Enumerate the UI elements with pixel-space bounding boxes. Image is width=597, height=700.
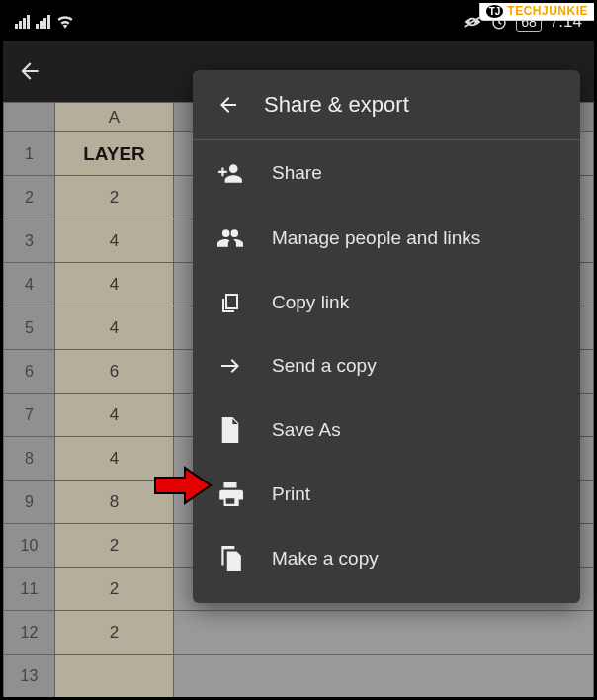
menu-item-share[interactable]: Share — [193, 140, 580, 206]
share-export-menu: Share & export Share Manage people and l… — [193, 70, 580, 603]
row-header[interactable]: 5 — [4, 306, 55, 350]
print-icon — [216, 482, 244, 506]
cell[interactable]: 8 — [55, 481, 174, 524]
signal-icon — [15, 15, 30, 29]
cell[interactable]: 2 — [55, 568, 174, 611]
person-add-icon — [216, 160, 244, 186]
cell[interactable] — [55, 655, 174, 698]
menu-item-save-as[interactable]: Save As — [193, 397, 580, 463]
menu-item-label: Send a copy — [272, 355, 377, 377]
menu-title: Share & export — [264, 92, 409, 118]
cell[interactable]: 4 — [55, 306, 174, 350]
menu-item-label: Manage people and links — [272, 227, 480, 249]
menu-header: Share & export — [193, 70, 580, 140]
row-header[interactable]: 13 — [4, 655, 55, 698]
column-header[interactable]: A — [55, 103, 174, 132]
row-header[interactable]: 9 — [4, 481, 55, 524]
cell[interactable]: 4 — [55, 394, 174, 437]
menu-item-label: Share — [272, 162, 322, 184]
cell[interactable]: 2 — [55, 524, 174, 568]
row-header[interactable]: 8 — [4, 437, 55, 481]
back-icon[interactable] — [216, 93, 240, 117]
wifi-icon — [56, 15, 74, 29]
signal-icon-2 — [36, 15, 50, 29]
menu-item-print[interactable]: Print — [193, 463, 580, 526]
row-header[interactable]: 2 — [4, 176, 55, 219]
row-header[interactable]: 12 — [4, 611, 55, 655]
row-header[interactable]: 1 — [4, 132, 55, 176]
menu-item-send[interactable]: Send a copy — [193, 334, 580, 397]
menu-item-copy-link[interactable]: Copy link — [193, 271, 580, 334]
cell[interactable]: 6 — [55, 350, 174, 394]
cell[interactable] — [174, 655, 594, 698]
menu-item-manage[interactable]: Manage people and links — [193, 206, 580, 271]
menu-item-label: Save As — [272, 419, 341, 441]
copy-link-icon — [216, 291, 244, 314]
watermark: TJ TECHJUNKIE — [479, 1, 595, 21]
menu-item-label: Copy link — [272, 292, 349, 313]
row-header[interactable]: 11 — [4, 568, 55, 611]
row-header[interactable]: 3 — [4, 219, 55, 263]
duplicate-icon — [216, 546, 244, 571]
people-icon — [216, 225, 244, 251]
cell[interactable]: 2 — [55, 611, 174, 655]
row-header[interactable]: 6 — [4, 350, 55, 394]
back-icon[interactable] — [17, 58, 43, 84]
menu-item-label: Print — [272, 483, 310, 505]
cell[interactable] — [174, 611, 594, 655]
row-header[interactable]: 4 — [4, 263, 55, 306]
watermark-text: TECHJUNKIE — [507, 4, 588, 18]
cell-a1[interactable]: LAYER — [55, 132, 174, 176]
watermark-badge: TJ — [486, 5, 504, 18]
cell[interactable]: 4 — [55, 263, 174, 306]
cell[interactable]: 4 — [55, 219, 174, 263]
corner-cell[interactable] — [4, 103, 55, 132]
menu-item-make-copy[interactable]: Make a copy — [193, 526, 580, 591]
cell[interactable]: 4 — [55, 437, 174, 481]
cell[interactable]: 2 — [55, 176, 174, 219]
send-icon — [216, 354, 244, 378]
row-header[interactable]: 7 — [4, 394, 55, 437]
menu-item-label: Make a copy — [272, 548, 379, 569]
row-header[interactable]: 10 — [4, 524, 55, 568]
file-icon — [216, 417, 244, 443]
